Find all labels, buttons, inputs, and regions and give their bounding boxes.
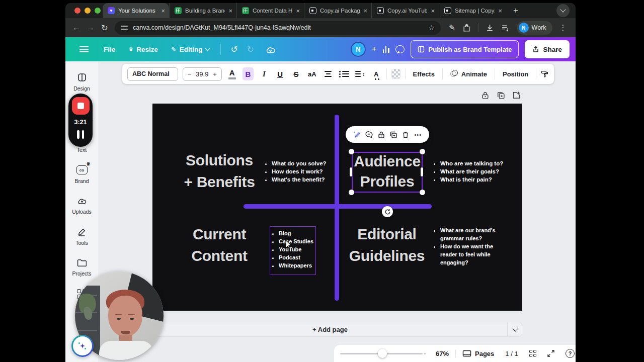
tab-building-a-brand[interactable]: Building a Brand × [169, 3, 236, 18]
rotate-handle[interactable] [382, 206, 393, 217]
sidebar-item-tools[interactable]: Tools [65, 226, 98, 246]
copy-style-roller-icon[interactable] [541, 69, 549, 78]
close-tab-icon[interactable]: × [363, 8, 367, 14]
bookmark-star-icon[interactable]: ☆ [428, 24, 435, 32]
sidebar-item-design[interactable]: Design [65, 72, 98, 92]
line-spacing-button[interactable]: ↕ [354, 67, 366, 80]
text-color-button[interactable]: A [226, 67, 238, 80]
close-window-button[interactable] [74, 8, 80, 14]
tab-your-solutions[interactable]: ♥ Your Solutions + × [103, 3, 169, 18]
selection-handle-nw[interactable] [349, 149, 354, 154]
sidebar-item-brand[interactable]: co♛ Brand [65, 164, 98, 184]
editing-mode-menu[interactable]: ✎ Editing [171, 46, 209, 53]
zoom-slider[interactable] [340, 349, 423, 358]
q1-title[interactable]: Solutions+ Benefits [162, 149, 277, 193]
download-icon[interactable] [486, 24, 494, 32]
position-button[interactable]: Position [500, 70, 531, 78]
lock-page-icon[interactable] [481, 91, 490, 100]
more-options-button[interactable]: ••• [413, 130, 423, 140]
site-settings-icon[interactable] [121, 25, 128, 31]
add-member-button[interactable]: + [372, 44, 377, 54]
close-tab-icon[interactable]: × [161, 8, 165, 14]
file-menu[interactable]: File [104, 46, 115, 53]
grid-view-icon[interactable] [529, 350, 537, 357]
canva-assistant-button[interactable] [71, 335, 94, 357]
back-button[interactable]: ← [69, 23, 84, 32]
delete-element-button[interactable] [400, 130, 411, 140]
italic-button[interactable]: I [258, 67, 270, 80]
underline-button[interactable]: U [274, 67, 286, 80]
font-size-stepper[interactable]: − 39.9 + [183, 67, 222, 81]
redo-button[interactable]: ↻ [247, 44, 254, 55]
selection-handle-e[interactable] [421, 167, 423, 176]
duplicate-element-button[interactable] [388, 130, 398, 140]
new-tab-button[interactable]: + [513, 6, 518, 16]
pages-icon[interactable] [462, 350, 471, 357]
q3-title[interactable]: CurrentContent [166, 223, 273, 266]
zoom-percent[interactable]: 67% [436, 350, 449, 357]
maximize-window-button[interactable] [95, 8, 101, 14]
design-canvas-page[interactable]: Solutions+ Benefits What do you solve? H… [152, 104, 522, 311]
close-tab-icon[interactable]: × [296, 8, 300, 14]
comment-button[interactable] [364, 130, 374, 140]
lock-element-button[interactable] [376, 130, 386, 140]
reload-button[interactable]: ↻ [98, 23, 112, 33]
effects-button[interactable]: Effects [410, 70, 438, 78]
selection-handle-w[interactable] [350, 167, 352, 176]
q3-content-box[interactable]: Blog Case Studies YouTube Podcast Whitep… [270, 226, 316, 275]
close-tab-icon[interactable]: × [498, 8, 502, 14]
duplicate-page-icon[interactable] [497, 91, 505, 100]
add-page-icon[interactable] [512, 91, 521, 100]
q1-bullets[interactable]: What do you solve? How does it work? Wha… [265, 159, 331, 184]
sidebar-item-uploads[interactable]: Uploads [65, 195, 98, 215]
font-family-select[interactable]: ABC Normal [127, 67, 178, 81]
tab-copyai-package[interactable]: Copy.ai Package × [304, 3, 371, 18]
sidebar-item-projects[interactable]: Projects [65, 257, 98, 277]
q4-bullets[interactable]: What are our brand's grammar rules? How … [434, 226, 504, 266]
q2-bullets[interactable]: Who are we talking to? What are their go… [434, 159, 507, 184]
transparency-button[interactable] [391, 69, 400, 79]
url-bar[interactable]: canva.com/design/DAGtKut_M94/5Lfi447Q-ju… [115, 21, 441, 35]
undo-button[interactable]: ↺ [231, 44, 238, 55]
extension-pen-icon[interactable]: ✎ [449, 23, 455, 32]
tab-content-data[interactable]: Content Data Hy × [236, 3, 304, 18]
strikethrough-button[interactable]: S [290, 67, 302, 80]
browser-menu-icon[interactable]: ⋮ [559, 23, 568, 32]
reading-list-icon[interactable] [501, 24, 510, 32]
close-tab-icon[interactable]: × [431, 8, 435, 14]
selection-handle-sw[interactable] [349, 190, 354, 195]
tab-copyai-youtube[interactable]: Copy.ai YouTube × [371, 3, 439, 18]
fullscreen-icon[interactable] [547, 350, 554, 357]
add-page-button[interactable]: + Add page [152, 322, 508, 337]
browser-profile-chip[interactable]: N Work [517, 21, 552, 35]
zoom-slider-thumb[interactable] [378, 349, 387, 358]
minimize-window-button[interactable] [85, 8, 91, 14]
close-tab-icon[interactable]: × [228, 8, 232, 14]
stop-recording-button[interactable] [72, 97, 90, 115]
increase-font-icon[interactable]: + [213, 70, 217, 78]
pause-recording-button[interactable] [77, 130, 84, 139]
insights-chart-icon[interactable] [383, 45, 389, 53]
share-button[interactable]: Share [525, 40, 570, 58]
pages-label[interactable]: Pages [475, 350, 494, 357]
horizontal-divider-line[interactable] [244, 204, 432, 209]
main-menu-icon[interactable] [79, 46, 89, 52]
letter-spacing-button[interactable]: A [370, 67, 382, 80]
text-case-button[interactable]: aA [306, 67, 318, 80]
resize-menu[interactable]: ♛ Resize [128, 46, 158, 53]
magic-edit-button[interactable] [352, 130, 362, 140]
tab-search-chevron-button[interactable] [556, 4, 570, 17]
q4-title[interactable]: EditorialGuidelines [332, 223, 442, 266]
alignment-button[interactable] [323, 67, 334, 80]
forward-button[interactable]: → [84, 23, 98, 32]
decrease-font-icon[interactable]: − [188, 70, 192, 78]
publish-brand-template-button[interactable]: Publish as Brand Template [411, 40, 519, 58]
q2-title[interactable]: AudienceProfiles [350, 151, 425, 192]
list-button[interactable] [339, 67, 350, 80]
extensions-puzzle-icon[interactable] [462, 24, 471, 32]
selection-handle-se[interactable] [420, 190, 425, 195]
comments-icon[interactable] [395, 45, 405, 53]
selection-handle-ne[interactable] [420, 149, 425, 154]
add-page-dropdown-button[interactable] [508, 322, 522, 337]
bold-button[interactable]: B [243, 67, 254, 80]
